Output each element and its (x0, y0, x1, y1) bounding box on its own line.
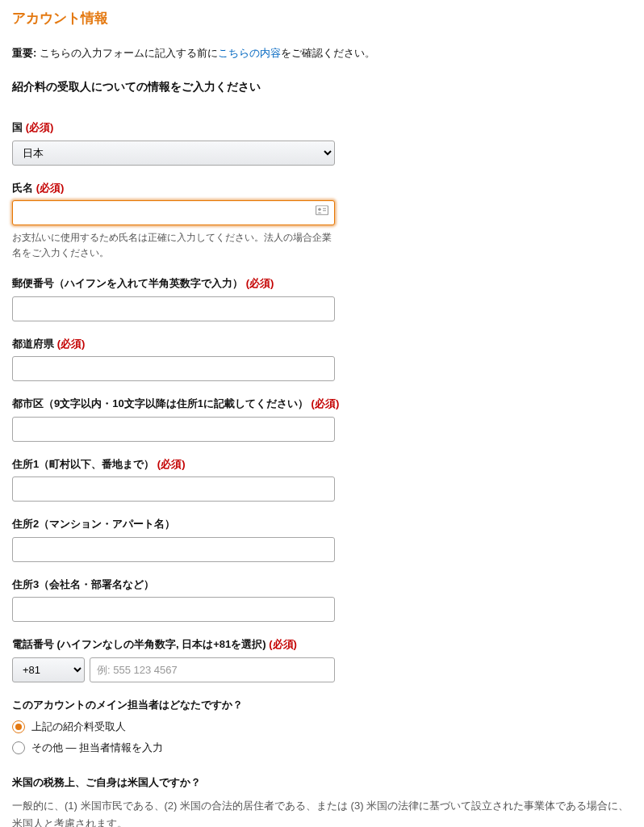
city-input[interactable] (12, 417, 335, 442)
address3-field: 住所3（会社名・部署名など） (12, 577, 632, 623)
main-contact-option-other[interactable]: その他 — 担当者情報を入力 (12, 740, 632, 756)
prefecture-label: 都道府県 (必須) (12, 336, 632, 352)
prefecture-input[interactable] (12, 356, 335, 381)
phone-field: 電話番号 (ハイフンなしの半角数字, 日本は+81を選択) (必須) +81 (12, 636, 632, 682)
important-label: 重要: (12, 47, 36, 59)
main-contact-radio-other[interactable] (12, 741, 25, 754)
notice-text-before: こちらの入力フォームに記入する前に (36, 47, 218, 59)
address3-label: 住所3（会社名・部署名など） (12, 577, 632, 593)
address1-field: 住所1（町村以下、番地まで） (必須) (12, 456, 632, 502)
page-title: アカウント情報 (12, 8, 632, 29)
name-field: 氏名 (必須) お支払いに使用するため氏名は正確に入力してください。法人の場合企… (12, 180, 632, 262)
address2-label: 住所2（マンション・アパート名） (12, 516, 632, 532)
name-label: 氏名 (必須) (12, 180, 632, 196)
postal-input[interactable] (12, 296, 335, 321)
address1-input[interactable] (12, 476, 335, 502)
country-label: 国 (必須) (12, 120, 632, 136)
postal-field: 郵便番号（ハイフンを入れて半角英数字で入力） (必須) (12, 275, 632, 321)
country-select[interactable]: 日本 (12, 141, 335, 166)
notice-text-after: をご確認ください。 (281, 47, 375, 59)
name-help-text: お支払いに使用するため氏名は正確に入力してください。法人の場合企業名をご入力くだ… (12, 230, 335, 261)
us-tax-question: 米国の税務上、ご自身は米国人ですか？ (12, 775, 632, 791)
important-notice: 重要: こちらの入力フォームに記入する前にこちらの内容をご確認ください。 (12, 45, 632, 61)
main-contact-option-payee[interactable]: 上記の紹介料受取人 (12, 719, 632, 735)
main-contact-group: このアカウントのメイン担当者はどなたですか？ 上記の紹介料受取人 その他 — 担… (12, 697, 632, 756)
address2-field: 住所2（マンション・アパート名） (12, 516, 632, 562)
us-tax-description: 一般的に、(1) 米国市民である、(2) 米国の合法的居住者である、または (3… (12, 797, 632, 827)
address3-input[interactable] (12, 597, 335, 622)
postal-label: 郵便番号（ハイフンを入れて半角英数字で入力） (必須) (12, 275, 632, 292)
phone-label: 電話番号 (ハイフンなしの半角数字, 日本は+81を選択) (必須) (12, 636, 632, 653)
country-field: 国 (必須) 日本 (12, 120, 632, 166)
us-tax-group: 米国の税務上、ご自身は米国人ですか？ 一般的に、(1) 米国市民である、(2) … (12, 775, 632, 827)
name-input[interactable] (12, 200, 335, 225)
phone-prefix-select[interactable]: +81 (12, 657, 85, 682)
section-heading: 紹介料の受取人についての情報をご入力ください (12, 78, 632, 95)
address2-input[interactable] (12, 537, 335, 562)
notice-link[interactable]: こちらの内容 (218, 47, 281, 59)
main-contact-question: このアカウントのメイン担当者はどなたですか？ (12, 697, 632, 713)
address1-label: 住所1（町村以下、番地まで） (必須) (12, 456, 632, 472)
city-label: 都市区（9文字以内・10文字以降は住所1に記載してください） (必須) (12, 396, 632, 412)
prefecture-field: 都道府県 (必須) (12, 336, 632, 382)
main-contact-radio-payee[interactable] (12, 720, 25, 733)
city-field: 都市区（9文字以内・10文字以降は住所1に記載してください） (必須) (12, 396, 632, 442)
phone-number-input[interactable] (90, 657, 335, 682)
